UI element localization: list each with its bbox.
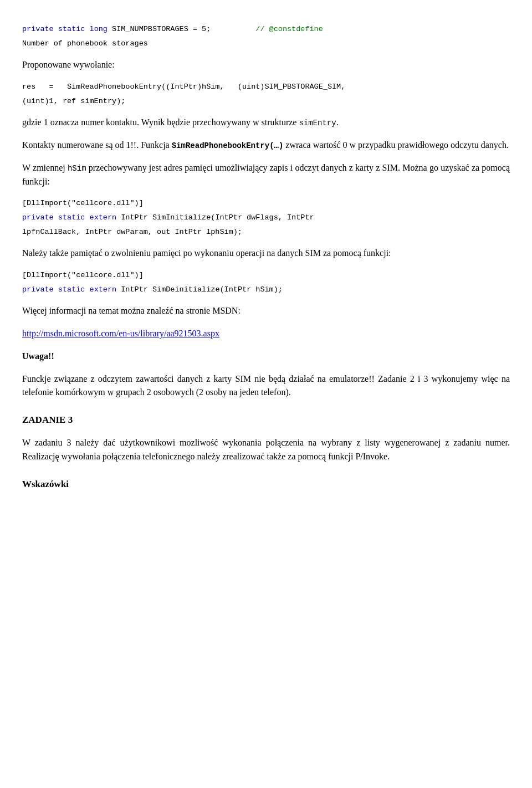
code-block-1-line3: lpfnCallBack, IntPtr dwParam, out IntPtr… bbox=[22, 226, 510, 238]
zadanie3-text: W zadaniu 3 należy dać użytkownikowi moz… bbox=[22, 436, 510, 464]
para-wiecej-text: Więcej informacji na temat można znaleźć… bbox=[22, 306, 241, 315]
zadanie3-title-text: ZADANIE 3 bbox=[22, 415, 73, 425]
keyword-static: static bbox=[58, 25, 85, 33]
uwaga-text-content: Funckje związane z odczytem zawartości d… bbox=[22, 374, 510, 397]
para-kontakty: Kontakty numerowane są od 1!!. Funkcja S… bbox=[22, 139, 510, 152]
code-block-2: [DllImport("cellcore.dll")] private stat… bbox=[22, 269, 510, 295]
uwaga-text: Funckje związane z odczytem zawartości d… bbox=[22, 372, 510, 400]
top-code-line2: Number of phonebook storages bbox=[22, 38, 510, 50]
uwaga-title-text: Uwaga!! bbox=[22, 351, 54, 361]
para-wiecej: Więcej informacji na temat można znaleźć… bbox=[22, 304, 510, 318]
keyword-long: long bbox=[90, 25, 108, 33]
kw-static-2: static bbox=[58, 285, 85, 294]
comment-constdefine: // @constdefine bbox=[255, 25, 323, 33]
proposed-code-line1: res = SimReadPhonebookEntry((IntPtr)hSim… bbox=[22, 81, 510, 93]
kw-extern-2: extern bbox=[90, 285, 117, 294]
para-kontakty-text: Kontakty numerowane są od 1!!. Funkcja S… bbox=[22, 140, 509, 150]
top-code-block: private static long SIM_NUMPBSTORAGES = … bbox=[22, 23, 510, 49]
inline-simread: SimReadPhonebookEntry(…) bbox=[172, 141, 284, 150]
top-code-line1: private static long SIM_NUMPBSTORAGES = … bbox=[22, 23, 510, 35]
para-gdzie-text1: gdzie 1 oznacza numer kontaktu. Wynik bę… bbox=[22, 117, 339, 127]
proposed-code-line2: (uint)1, ref simEntry); bbox=[22, 95, 510, 108]
proposed-label-text: Proponowane wywołanie: bbox=[22, 60, 115, 69]
keyword-private: private bbox=[22, 25, 54, 33]
uwaga-title: Uwaga!! bbox=[22, 350, 510, 364]
code-block-2-line2: private static extern IntPtr SimDeinitia… bbox=[22, 284, 510, 296]
para-link: http://msdn.microsoft.com/en-us/library/… bbox=[22, 327, 510, 341]
proposed-call-label: Proponowane wywołanie: bbox=[22, 58, 510, 72]
kw-private-2: private bbox=[22, 285, 54, 294]
para-hsim: W zmiennej hSim przechowywany jest adres… bbox=[22, 161, 510, 189]
inline-hsim: hSim bbox=[68, 164, 86, 173]
code-block-1-line2: private static extern IntPtr SimInitiali… bbox=[22, 212, 510, 224]
kw-static-1: static bbox=[58, 213, 85, 222]
kw-private-1: private bbox=[22, 213, 54, 222]
code-block-2-line1: [DllImport("cellcore.dll")] bbox=[22, 269, 510, 282]
proposed-code-block: res = SimReadPhonebookEntry((IntPtr)hSim… bbox=[22, 81, 510, 107]
zadanie3-title: ZADANIE 3 bbox=[22, 413, 510, 427]
para-gdzie: gdzie 1 oznacza numer kontaktu. Wynik bę… bbox=[22, 116, 510, 130]
code-block-1-line1: [DllImport("cellcore.dll")] bbox=[22, 197, 510, 209]
para-hsim-text: W zmiennej hSim przechowywany jest adres… bbox=[22, 163, 510, 186]
para-nalezytakze-text: Należy także pamiętać o zwolnieniu pamię… bbox=[22, 248, 391, 258]
para-nalezytakze: Należy także pamiętać o zwolnieniu pamię… bbox=[22, 247, 510, 260]
wskazowki-title-text: Wskazówki bbox=[22, 479, 69, 489]
zadanie3-text-content: W zadaniu 3 należy dać użytkownikowi moz… bbox=[22, 438, 510, 461]
msdn-link[interactable]: http://msdn.microsoft.com/en-us/library/… bbox=[22, 329, 219, 338]
inline-simentry: simEntry bbox=[299, 119, 336, 127]
code-block-1: [DllImport("cellcore.dll")] private stat… bbox=[22, 197, 510, 238]
kw-extern-1: extern bbox=[90, 213, 117, 222]
wskazowki-title: Wskazówki bbox=[22, 477, 510, 492]
